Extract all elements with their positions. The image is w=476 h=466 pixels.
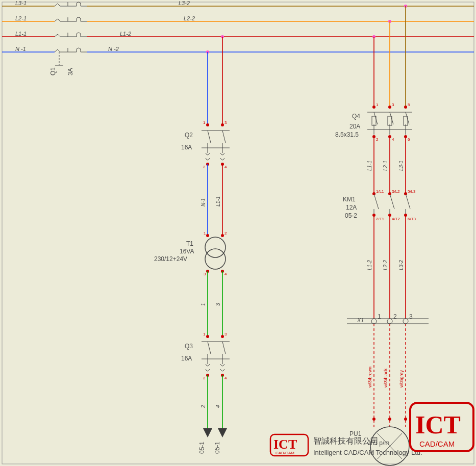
component-T1: 1 2 3 4 T1 16VA 230/12+24V [154, 231, 227, 276]
svg-text:L1-1: L1-1 [215, 196, 221, 206]
bus-L1-1-label: L1-1 [15, 31, 27, 37]
component-Q4: 1 3 5 2 4 6 Q4 20A 8.5x31.5 [335, 102, 412, 142]
svg-text:2: 2 [201, 405, 206, 408]
Q1-ref: Q1 [49, 67, 57, 75]
svg-text:L2-2: L2-2 [383, 260, 388, 270]
KM1-ref: KM1 [343, 196, 356, 203]
svg-line-39 [222, 131, 226, 143]
svg-text:2: 2 [224, 231, 227, 236]
svg-text:L3-2: L3-2 [398, 260, 404, 270]
Q3-ref: Q3 [185, 343, 193, 350]
KM1-rating: 12A [346, 204, 357, 211]
svg-text:05-1: 05-1 [214, 442, 221, 454]
svg-point-32 [206, 123, 209, 126]
svg-point-64 [206, 335, 209, 338]
svg-text:2: 2 [203, 376, 206, 380]
component-X1: X1 1 2 3 [347, 313, 429, 324]
component-PU1: PU1 1n3 p/m [349, 427, 409, 465]
svg-text:1: 1 [203, 120, 206, 125]
svg-line-9 [55, 19, 58, 21]
Q4-ref: Q4 [352, 113, 360, 120]
Q1-rating: 3A [67, 68, 74, 75]
svg-text:Intelligent CAD/CAM Technology: Intelligent CAD/CAM Technology Ltd. [313, 449, 422, 456]
svg-text:4: 4 [224, 165, 227, 169]
svg-point-144 [403, 319, 408, 324]
KM1-xref: 05-2 [345, 212, 357, 219]
svg-text:3/L2: 3/L2 [392, 189, 400, 194]
svg-point-54 [205, 237, 226, 257]
Q4-size: 8.5x31.5 [335, 131, 359, 138]
Q2-rating: 16A [181, 144, 192, 151]
svg-text:CAD/CAM: CAD/CAM [419, 439, 455, 448]
svg-text:L1-2: L1-2 [367, 260, 372, 270]
svg-text:3: 3 [224, 332, 227, 336]
bus-L1-2-label: L1-2 [120, 31, 131, 37]
svg-line-2 [55, 4, 58, 6]
svg-text:1: 1 [201, 303, 206, 306]
svg-text:1: 1 [203, 332, 206, 336]
svg-text:6/T3: 6/T3 [408, 217, 416, 221]
svg-text:N-1: N-1 [201, 198, 206, 206]
Q3-rating: 16A [181, 355, 192, 362]
svg-text:1: 1 [204, 231, 206, 236]
bus-L2-1-label: L2-1 [15, 15, 27, 21]
svg-text:1/L1: 1/L1 [376, 189, 384, 194]
svg-point-89 [404, 106, 407, 109]
svg-text:5/L3: 5/L3 [408, 189, 416, 194]
T1-ref: T1 [186, 240, 193, 247]
svg-text:2: 2 [393, 313, 397, 320]
svg-text:4: 4 [224, 272, 227, 276]
svg-point-33 [221, 123, 224, 126]
arrow-icon [203, 428, 212, 437]
svg-point-154 [372, 418, 375, 421]
svg-text:3: 3 [215, 303, 221, 306]
power-bus: L3-1 L3-2 L2-1 L2-2 L1-1 L1-2 N - [2, 0, 474, 75]
svg-text:3: 3 [224, 120, 227, 125]
svg-text:w\3\black: w\3\black [383, 368, 388, 388]
svg-point-51 [221, 234, 224, 237]
bus-N-2-label: N -2 [108, 46, 119, 52]
svg-text:智誠科技有限公司: 智誠科技有限公司 [313, 436, 379, 445]
svg-text:L3-1: L3-1 [398, 161, 404, 171]
Q2-ref: Q2 [185, 132, 193, 139]
T1-voltage: 230/12+24V [154, 255, 187, 263]
svg-text:5: 5 [408, 102, 410, 107]
svg-text:05-1: 05-1 [198, 442, 206, 454]
svg-text:3: 3 [392, 102, 394, 107]
svg-text:3: 3 [204, 272, 206, 276]
svg-line-24 [55, 49, 58, 52]
svg-line-25 [58, 49, 60, 52]
svg-text:4/T2: 4/T2 [392, 217, 400, 221]
logo-watermark: ICT CAD/CAM 智誠科技有限公司 Intelligent CAD/CAM… [270, 403, 473, 456]
arrow-icon [218, 428, 227, 437]
svg-text:6: 6 [408, 137, 410, 142]
svg-line-10 [58, 19, 60, 21]
X1-ref: X1 [357, 317, 364, 323]
svg-text:CAD/CAM: CAD/CAM [275, 451, 294, 455]
Q4-rating: 20A [349, 123, 360, 130]
svg-line-69 [208, 342, 211, 354]
component-Q2: 1 3 2 4 Q2 16A [181, 120, 230, 169]
component-Q3: 1 3 2 4 Q3 16A [181, 332, 230, 380]
svg-text:L1-1: L1-1 [367, 161, 372, 171]
electrical-schematic: L3-1 L3-2 L2-1 L2-2 L1-1 L1-2 N - [0, 0, 476, 466]
T1-rating: 16VA [180, 248, 194, 255]
svg-point-143 [387, 319, 392, 324]
svg-text:2/T1: 2/T1 [376, 217, 385, 221]
svg-text:4: 4 [224, 376, 227, 380]
svg-text:3: 3 [409, 313, 413, 320]
svg-text:w\3\grey: w\3\grey [399, 370, 404, 388]
svg-text:1: 1 [376, 102, 379, 107]
svg-line-124 [390, 194, 394, 209]
svg-line-122 [374, 194, 379, 209]
svg-line-3 [58, 4, 60, 6]
bus-L3-1-label: L3-1 [15, 0, 27, 6]
svg-line-17 [58, 34, 60, 37]
component-KM1: 1/L1 3/L2 5/L3 2/T1 4/T2 6/T3 KM1 12A 05… [343, 189, 416, 221]
svg-text:1: 1 [378, 313, 381, 320]
svg-text:2: 2 [203, 165, 206, 169]
svg-point-55 [205, 249, 226, 269]
bus-L3-2-label: L3-2 [179, 0, 190, 6]
svg-point-88 [388, 106, 391, 109]
svg-point-142 [371, 319, 377, 324]
